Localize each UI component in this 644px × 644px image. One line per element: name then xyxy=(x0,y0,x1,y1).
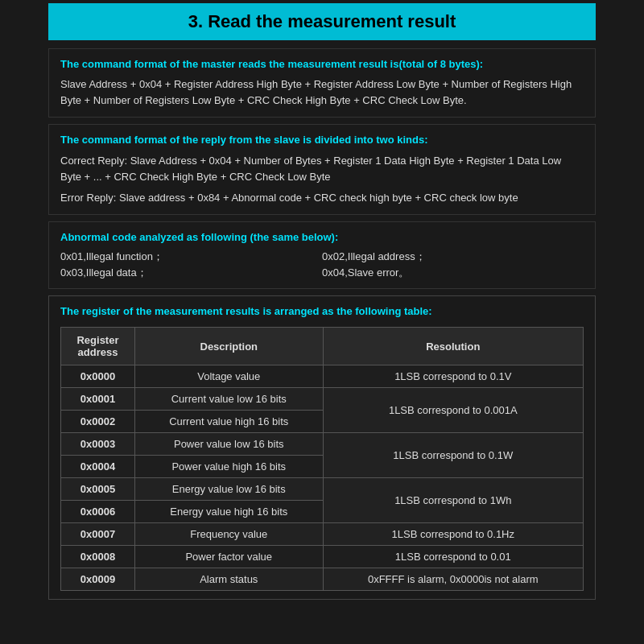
col-description: Description xyxy=(134,328,323,365)
section-command-format: The command format of the master reads t… xyxy=(48,48,596,118)
table-header-row: Registeraddress Description Resolution xyxy=(61,328,584,365)
section1-heading: The command format of the master reads t… xyxy=(60,57,584,72)
cell-description: Power factor value xyxy=(134,546,323,568)
cell-description: Energy value low 16 bits xyxy=(134,478,323,501)
code-1: 0x02,Illegal address； xyxy=(322,250,584,264)
section2-heading: The command format of the reply from the… xyxy=(60,133,584,147)
table-row: 0x0007Frequency value1LSB correspond to … xyxy=(61,523,584,546)
table-body: 0x0000Voltage value1LSB correspond to 0.… xyxy=(61,365,584,591)
table-row: 0x0001Current value low 16 bits1LSB corr… xyxy=(61,388,584,411)
section3-heading: Abnormal code analyzed as following (the… xyxy=(60,230,584,245)
title-bar: 3. Read the measurement result xyxy=(48,3,596,40)
code-2: 0x03,Illegal data； xyxy=(60,266,322,280)
cell-description: Energy value high 16 bits xyxy=(134,501,323,523)
section-reply-format: The command format of the reply from the… xyxy=(48,124,596,215)
cell-resolution: 0xFFFF is alarm, 0x0000is not alarm xyxy=(323,568,583,591)
cell-address: 0x0008 xyxy=(61,546,135,568)
cell-address: 0x0000 xyxy=(61,365,135,388)
cell-description: Power value high 16 bits xyxy=(134,456,323,478)
cell-address: 0x0006 xyxy=(61,501,135,523)
cell-address: 0x0005 xyxy=(61,478,135,501)
cell-address: 0x0002 xyxy=(61,411,135,433)
cell-address: 0x0003 xyxy=(61,433,135,456)
code-0: 0x01,Illegal function； xyxy=(60,250,322,264)
register-table: Registeraddress Description Resolution 0… xyxy=(60,327,584,591)
table-row: 0x0003Power value low 16 bits1LSB corres… xyxy=(61,433,584,456)
page-title: 3. Read the measurement result xyxy=(188,11,456,31)
table-row: 0x0009Alarm status0xFFFF is alarm, 0x000… xyxy=(61,568,584,591)
cell-description: Current value high 16 bits xyxy=(134,411,323,433)
section1-body: Slave Address + 0x04 + Register Address … xyxy=(60,76,584,109)
cell-resolution: 1LSB correspond to 0.01 xyxy=(323,546,583,568)
cell-description: Voltage value xyxy=(134,365,323,388)
section2-correct: Correct Reply: Slave Address + 0x04 + Nu… xyxy=(60,153,584,185)
page-wrapper: 3. Read the measurement result The comma… xyxy=(0,0,644,644)
section-abnormal-codes: Abnormal code analyzed as following (the… xyxy=(48,221,596,289)
cell-resolution: 1LSB correspond to 0.1W xyxy=(323,433,583,478)
cell-address: 0x0007 xyxy=(61,523,135,546)
col-resolution: Resolution xyxy=(323,328,583,365)
abnormal-codes-grid: 0x01,Illegal function； 0x02,Illegal addr… xyxy=(60,250,584,280)
cell-resolution: 1LSB correspond to 0.1V xyxy=(323,365,583,388)
table-row: 0x0005Energy value low 16 bits1LSB corre… xyxy=(61,478,584,501)
cell-description: Current value low 16 bits xyxy=(134,388,323,411)
cell-resolution: 1LSB correspond to 0.001A xyxy=(323,388,583,433)
col-register-address: Registeraddress xyxy=(61,328,135,365)
cell-address: 0x0001 xyxy=(61,388,135,411)
table-row: 0x0008Power factor value1LSB correspond … xyxy=(61,546,584,568)
code-3: 0x04,Slave error。 xyxy=(322,266,584,280)
cell-description: Alarm status xyxy=(134,568,323,591)
cell-description: Frequency value xyxy=(134,523,323,546)
cell-address: 0x0009 xyxy=(61,568,135,591)
table-row: 0x0000Voltage value1LSB correspond to 0.… xyxy=(61,365,584,388)
cell-resolution: 1LSB correspond to 1Wh xyxy=(323,478,583,523)
content-area: The command format of the master reads t… xyxy=(48,40,596,608)
section2-error: Error Reply: Slave address + 0x84 + Abno… xyxy=(60,190,584,206)
cell-address: 0x0004 xyxy=(61,456,135,478)
table-intro: The register of the measurement results … xyxy=(60,304,584,319)
table-section: The register of the measurement results … xyxy=(48,295,596,600)
cell-description: Power value low 16 bits xyxy=(134,433,323,456)
cell-resolution: 1LSB correspond to 0.1Hz xyxy=(323,523,583,546)
